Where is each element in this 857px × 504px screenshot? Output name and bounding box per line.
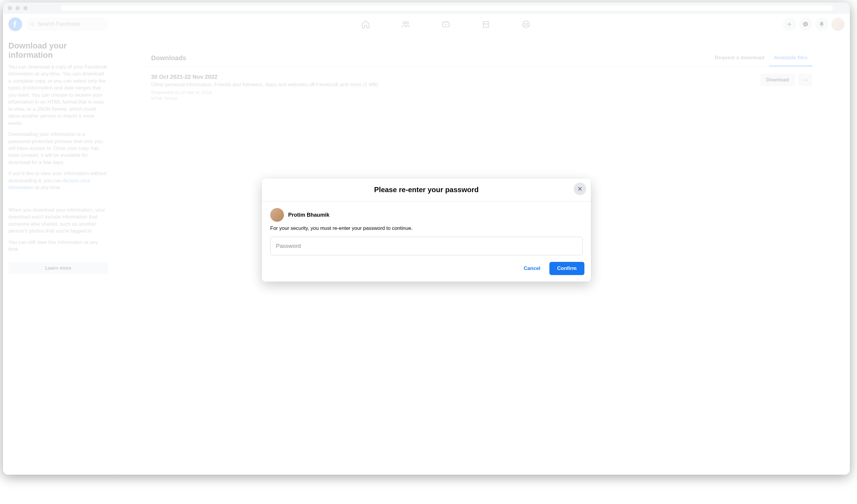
minimize-window-icon[interactable]	[16, 6, 20, 10]
password-input[interactable]	[270, 237, 583, 255]
confirm-button[interactable]: Confirm	[549, 262, 584, 275]
user-avatar	[270, 208, 284, 222]
cancel-button[interactable]: Cancel	[518, 262, 546, 275]
modal-header: Please re-enter your password	[262, 179, 591, 201]
modal-close-button[interactable]	[574, 183, 586, 195]
modal-overlay: Please re-enter your password Protim Bha…	[3, 14, 850, 475]
close-window-icon[interactable]	[8, 6, 12, 10]
modal-body: Protim Bhaumik For your security, you mu…	[262, 201, 591, 257]
address-bar[interactable]	[61, 5, 833, 11]
browser-titlebar	[3, 2, 850, 14]
modal-title: Please re-enter your password	[268, 186, 585, 194]
window-controls	[8, 6, 28, 10]
password-modal: Please re-enter your password Protim Bha…	[262, 179, 591, 282]
close-icon	[577, 186, 583, 192]
user-name: Protim Bhaumik	[288, 212, 330, 218]
maximize-window-icon[interactable]	[23, 6, 28, 10]
modal-user-row: Protim Bhaumik	[270, 208, 583, 222]
modal-footer: Cancel Confirm	[262, 257, 591, 282]
browser-window: Search Facebook Download your informatio…	[3, 2, 850, 475]
modal-description: For your security, you must re-enter you…	[270, 225, 583, 231]
